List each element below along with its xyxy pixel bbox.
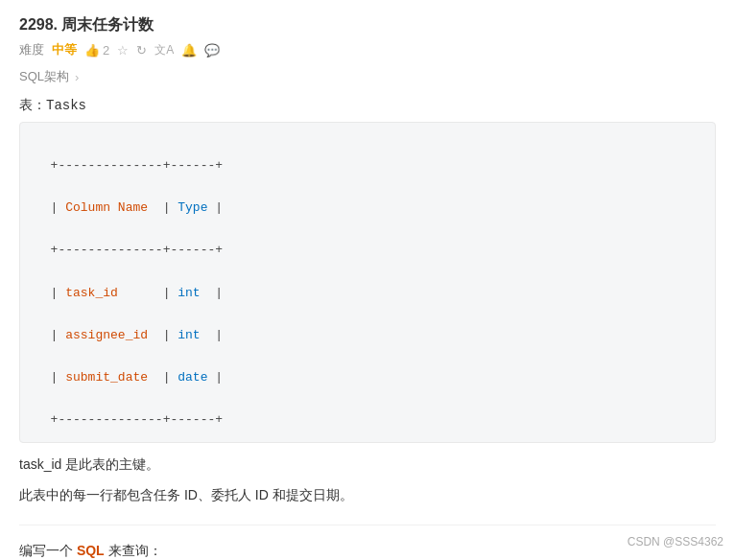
query-intro-text: 编写一个 SQL 来查询： <box>19 543 162 558</box>
description-line2: 此表中的每一行都包含任务 ID、委托人 ID 和提交日期。 <box>19 483 716 507</box>
description-line1: task_id 是此表的主键。 <box>19 453 716 477</box>
difficulty-value: 中等 <box>52 41 77 58</box>
like-button[interactable]: 2 <box>84 43 109 58</box>
comment-icon <box>204 43 220 58</box>
refresh-icon <box>136 43 147 58</box>
csdn-watermark: CSDN @SSS4362 <box>628 535 723 548</box>
problem-title: 2298. 周末任务计数 <box>19 15 154 35</box>
difficulty-row: 难度 中等 2 <box>19 41 716 58</box>
translate-button[interactable] <box>154 42 174 58</box>
comment-button[interactable] <box>204 43 220 58</box>
table-label: 表：Tasks <box>19 97 716 114</box>
breadcrumb-item-sql[interactable]: SQL架构 <box>19 68 69 85</box>
like-count: 2 <box>103 43 109 58</box>
query-section: 编写一个 SQL 来查询： 在周末（周六，周日）提交的任务的数量 weekend… <box>19 543 716 560</box>
title-row: 2298. 周末任务计数 <box>19 15 716 35</box>
difficulty-label: 难度 <box>19 41 44 58</box>
star-icon <box>117 43 129 58</box>
star-button[interactable] <box>117 43 129 58</box>
thumb-icon <box>84 43 100 58</box>
breadcrumb: SQL架构 <box>19 68 716 85</box>
schema-table: +--------------+------+ | Column Name | … <box>19 122 716 443</box>
section-divider <box>19 525 716 525</box>
bell-button[interactable] <box>181 43 197 58</box>
bell-icon <box>181 43 197 58</box>
translate-icon <box>154 42 174 58</box>
refresh-button[interactable] <box>136 43 147 58</box>
query-title: 编写一个 SQL 来查询： <box>19 543 716 560</box>
chevron-icon <box>73 70 79 84</box>
